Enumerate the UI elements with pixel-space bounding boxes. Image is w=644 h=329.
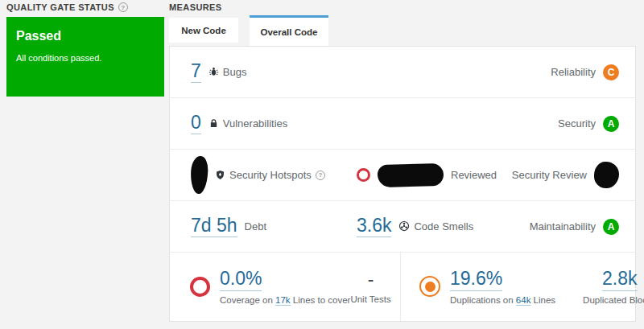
security-domain: Security A [558,116,619,132]
row-coverage-duplications: 0.0% Coverage on 17k Lines to cover - Un… [170,253,635,321]
lock-icon [208,118,219,129]
security-rating-badge[interactable]: A [603,116,619,132]
row-reliability: 7 Bugs Reliability C [170,47,635,98]
hotspots-metric: Security Hotspots ? [191,156,357,194]
maintainability-domain-label: Maintainability [530,220,596,232]
lines-to-cover-link[interactable]: 17k [275,295,291,306]
tab-overall-code-label: Overall Code [261,27,318,37]
redacted-reviewed-value [378,162,444,187]
code-smells-icon [398,220,410,232]
quality-gate-header: QUALITY GATE STATUS ? [6,2,128,12]
debt-value-link[interactable]: 7d 5h [191,216,237,237]
measures-header-label: MEASURES [169,2,222,12]
reviewed-label: Reviewed [451,169,497,181]
security-review-domain-label: Security Review [512,169,587,181]
bugs-count-link[interactable]: 7 [191,61,201,83]
bug-icon [208,67,219,77]
bugs-label-group: Bugs [208,66,247,78]
reliability-domain: Reliability C [551,64,619,80]
measures-header: MEASURES [169,2,222,12]
hotspots-label: Security Hotspots [229,169,312,181]
bugs-label: Bugs [223,66,247,78]
duplications-caption-prefix: Duplications on [450,295,514,305]
row-security-review: Security Hotspots ? Reviewed Security Re… [170,150,635,201]
hotspots-reviewed-metric: Reviewed [357,164,497,187]
quality-gate-status: Passed [16,29,155,43]
quality-gate-header-label: QUALITY GATE STATUS [6,2,114,12]
help-icon[interactable]: ? [118,2,128,12]
code-smells-label: Code Smells [414,220,473,232]
coverage-caption: Coverage on 17k Lines to cover [220,295,350,305]
duplications-metric: 19.6% Duplications on 64k Lines [419,269,555,304]
coverage-gauge-icon [190,277,210,297]
security-review-domain: Security Review [512,162,619,188]
quality-gate-description: All conditions passed. [16,53,155,63]
coverage-caption-prefix: Coverage on [220,295,273,305]
vulnerabilities-label-group: Vulnerabilities [208,117,287,130]
sonarqube-overview-screen: QUALITY GATE STATUS ? Passed All conditi… [0,0,644,329]
reliability-domain-label: Reliability [551,66,596,78]
maintainability-rating-badge[interactable]: A [603,219,619,235]
tab-new-code-label: New Code [181,26,226,35]
maintainability-domain: Maintainability A [530,219,619,235]
duplications-gauge-icon [419,276,440,297]
code-smells-count-link[interactable]: 3.6k [357,216,391,237]
code-smells-metric: 3.6k Code Smells [357,216,473,237]
shield-icon [215,170,225,180]
help-icon[interactable]: ? [316,171,325,180]
duplications-cell: 19.6% Duplications on 64k Lines 2.8k Dup… [401,253,644,321]
debt-label: Debt [245,220,266,232]
coverage-caption-suffix: Lines to cover [293,295,351,305]
duplications-caption: Duplications on 64k Lines [450,295,555,305]
unit-tests-label: Unit Tests [350,294,390,304]
vulnerabilities-label: Vulnerabilities [223,117,287,130]
reviewed-gauge-icon [357,168,370,182]
duplicated-blocks-value-link[interactable]: 2.8k [602,269,637,290]
tab-overall-code[interactable]: Overall Code [250,15,328,46]
coverage-value-link[interactable]: 0.0% [220,269,262,290]
duplicated-blocks-block: 2.8k Duplicated Blocks [583,269,644,304]
duplications-caption-suffix: Lines [534,295,556,305]
debt-metric: 7d 5h Debt [191,216,357,237]
duplications-block: 19.6% Duplications on 64k Lines [450,269,555,304]
coverage-metric: 0.0% Coverage on 17k Lines to cover [190,269,350,304]
duplicated-lines-link[interactable]: 64k [516,295,531,306]
unit-tests-block: - Unit Tests [350,269,390,303]
coverage-block: 0.0% Coverage on 17k Lines to cover [220,269,350,304]
security-domain-label: Security [558,117,596,130]
vulnerabilities-count-link[interactable]: 0 [191,113,201,134]
unit-tests-value: - [368,269,374,290]
vulnerabilities-metric: 0 Vulnerabilities [191,113,287,134]
coverage-cell: 0.0% Coverage on 17k Lines to cover - Un… [170,253,401,321]
reliability-rating-badge[interactable]: C [603,64,619,80]
measures-panel: 7 Bugs Reliability C 0 [169,46,636,322]
redacted-security-review-rating [594,162,619,188]
bugs-metric: 7 Bugs [191,61,246,83]
duplicated-blocks-label: Duplicated Blocks [583,295,644,305]
code-smells-label-group: Code Smells [398,220,473,232]
duplications-value-link[interactable]: 19.6% [450,269,502,290]
redacted-hotspots-value [190,155,208,194]
quality-gate-card: Passed All conditions passed. [6,17,164,97]
tab-new-code[interactable]: New Code [169,18,238,43]
row-security: 0 Vulnerabilities Security A [170,98,635,150]
row-maintainability: 7d 5h Debt 3.6k Code Smells Maintainabil… [170,201,635,253]
hotspots-label-group: Security Hotspots ? [215,169,325,181]
